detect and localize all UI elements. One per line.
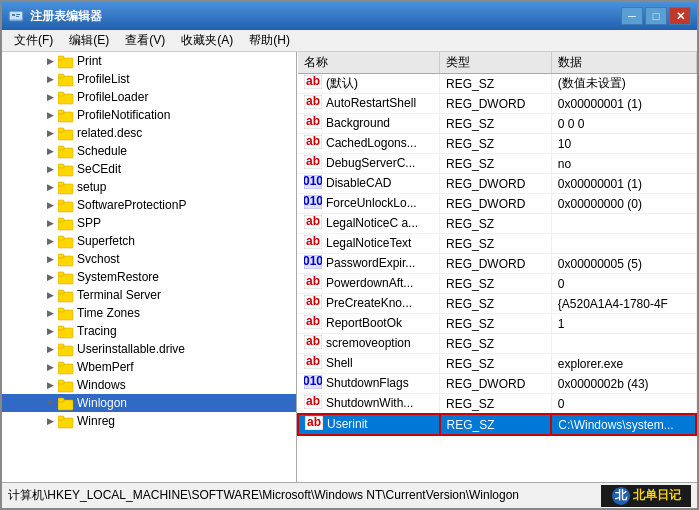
- expand-icon[interactable]: ▶: [42, 305, 58, 321]
- tree-item[interactable]: ▶ProfileLoader: [2, 88, 296, 106]
- expand-icon[interactable]: ▶: [42, 125, 58, 141]
- col-name[interactable]: 名称: [298, 52, 440, 74]
- table-row[interactable]: abCachedLogons...REG_SZ10: [298, 134, 696, 154]
- folder-icon: [58, 54, 74, 68]
- menu-edit[interactable]: 编辑(E): [61, 30, 117, 51]
- table-row[interactable]: ab(默认)REG_SZ(数值未设置): [298, 74, 696, 94]
- tree-label: Schedule: [77, 144, 127, 158]
- reg-name-cell: abPowerdownAft...: [298, 274, 440, 294]
- folder-icon: [58, 252, 74, 266]
- tree-item[interactable]: ▶Svchost: [2, 250, 296, 268]
- expand-icon[interactable]: ▶: [42, 215, 58, 231]
- table-row[interactable]: 010ForceUnlockLo...REG_DWORD0x00000000 (…: [298, 194, 696, 214]
- ab-icon: ab: [304, 235, 322, 252]
- folder-icon: [58, 198, 74, 212]
- registry-pane[interactable]: 名称 类型 数据 ab(默认)REG_SZ(数值未设置)abAutoRestar…: [297, 52, 697, 482]
- tree-item[interactable]: ▶SystemRestore: [2, 268, 296, 286]
- close-button[interactable]: ✕: [669, 7, 691, 25]
- table-row[interactable]: abBackgroundREG_SZ0 0 0: [298, 114, 696, 134]
- reg-name-text: Background: [326, 116, 390, 130]
- col-data[interactable]: 数据: [551, 52, 696, 74]
- table-row[interactable]: abLegalNoticeC a...REG_SZ: [298, 214, 696, 234]
- expand-icon[interactable]: ▶: [42, 413, 58, 429]
- tree-item[interactable]: ▶WbemPerf: [2, 358, 296, 376]
- reg-name-text: LegalNoticeC a...: [326, 216, 418, 230]
- expand-icon[interactable]: ▶: [42, 269, 58, 285]
- expand-icon[interactable]: ▶: [42, 233, 58, 249]
- table-row[interactable]: 010DisableCADREG_DWORD0x00000001 (1): [298, 174, 696, 194]
- tree-item[interactable]: ▶Winreg: [2, 412, 296, 430]
- reg-type-cell: REG_SZ: [440, 394, 552, 415]
- tree-item[interactable]: ▶Schedule: [2, 142, 296, 160]
- expand-icon[interactable]: ▶: [42, 107, 58, 123]
- table-row[interactable]: abPreCreateKno...REG_SZ{A520A1A4-1780-4F: [298, 294, 696, 314]
- reg-type-cell: REG_SZ: [440, 114, 552, 134]
- svg-rect-2: [12, 14, 15, 16]
- reg-name-text: ShutdownWith...: [326, 396, 413, 410]
- reg-name-text: PowerdownAft...: [326, 276, 413, 290]
- expand-icon[interactable]: ▶: [42, 377, 58, 393]
- folder-icon: [58, 162, 74, 176]
- reg-type-cell: REG_SZ: [440, 294, 552, 314]
- tree-item[interactable]: ▶Terminal Server: [2, 286, 296, 304]
- menu-help[interactable]: 帮助(H): [241, 30, 298, 51]
- table-row[interactable]: abPowerdownAft...REG_SZ0: [298, 274, 696, 294]
- svg-rect-20: [58, 182, 64, 186]
- expand-icon[interactable]: ▶: [42, 71, 58, 87]
- expand-icon[interactable]: ▶: [42, 287, 58, 303]
- menu-view[interactable]: 查看(V): [117, 30, 173, 51]
- table-row[interactable]: abLegalNoticeTextREG_SZ: [298, 234, 696, 254]
- tree-item[interactable]: ▶SeCEdit: [2, 160, 296, 178]
- tree-item[interactable]: ▶SPP: [2, 214, 296, 232]
- col-type[interactable]: 类型: [440, 52, 552, 74]
- tree-item[interactable]: ▶Userinstallable.drive: [2, 340, 296, 358]
- expand-icon[interactable]: ▶: [42, 179, 58, 195]
- table-row[interactable]: abUserinitREG_SZC:\Windows\system...: [298, 414, 696, 435]
- expand-icon[interactable]: ▶: [42, 161, 58, 177]
- table-row[interactable]: abShellREG_SZexplorer.exe: [298, 354, 696, 374]
- svg-text:ab: ab: [307, 416, 321, 429]
- reg-type-cell: REG_SZ: [440, 314, 552, 334]
- expand-icon[interactable]: ▶: [42, 53, 58, 69]
- table-row[interactable]: abDebugServerC...REG_SZno: [298, 154, 696, 174]
- reg-type-cell: REG_SZ: [440, 154, 552, 174]
- table-row[interactable]: abAutoRestartShellREG_DWORD0x00000001 (1…: [298, 94, 696, 114]
- reg-type-cell: REG_SZ: [440, 234, 552, 254]
- menu-file[interactable]: 文件(F): [6, 30, 61, 51]
- tree-item[interactable]: ▶SoftwareProtectionP: [2, 196, 296, 214]
- svg-rect-30: [58, 272, 64, 276]
- tree-pane[interactable]: ▶Print▶ProfileList▶ProfileLoader▶Profile…: [2, 52, 297, 482]
- tree-label: Terminal Server: [77, 288, 161, 302]
- tree-item[interactable]: ▶Time Zones: [2, 304, 296, 322]
- table-row[interactable]: abReportBootOkREG_SZ1: [298, 314, 696, 334]
- expand-icon[interactable]: ▶: [42, 89, 58, 105]
- table-row[interactable]: abShutdownWith...REG_SZ0: [298, 394, 696, 415]
- folder-icon: [58, 72, 74, 86]
- expand-icon[interactable]: ▶: [42, 143, 58, 159]
- reg-name-text: Shell: [326, 356, 353, 370]
- svg-text:ab: ab: [306, 315, 320, 328]
- minimize-button[interactable]: ─: [621, 7, 643, 25]
- expand-icon[interactable]: ▶: [42, 197, 58, 213]
- tree-item[interactable]: ▶related.desc: [2, 124, 296, 142]
- tree-item[interactable]: ▶Print: [2, 52, 296, 70]
- reg-type-cell: REG_DWORD: [440, 174, 552, 194]
- tree-item[interactable]: ▶Tracing: [2, 322, 296, 340]
- expand-icon[interactable]: ▶: [42, 341, 58, 357]
- maximize-button[interactable]: □: [645, 7, 667, 25]
- tree-item[interactable]: ▼Winlogon: [2, 394, 296, 412]
- table-row[interactable]: 010ShutdownFlagsREG_DWORD0x0000002b (43): [298, 374, 696, 394]
- expand-icon[interactable]: ▶: [42, 323, 58, 339]
- expand-icon[interactable]: ▶: [42, 359, 58, 375]
- table-row[interactable]: 010PasswordExpir...REG_DWORD0x00000005 (…: [298, 254, 696, 274]
- expand-icon[interactable]: ▼: [42, 395, 58, 411]
- tree-item[interactable]: ▶ProfileList: [2, 70, 296, 88]
- tree-item[interactable]: ▶setup: [2, 178, 296, 196]
- tree-label: Print: [77, 54, 102, 68]
- tree-item[interactable]: ▶Superfetch: [2, 232, 296, 250]
- tree-item[interactable]: ▶Windows: [2, 376, 296, 394]
- table-row[interactable]: abscremoveoptionREG_SZ: [298, 334, 696, 354]
- menu-favorites[interactable]: 收藏夹(A): [173, 30, 241, 51]
- expand-icon[interactable]: ▶: [42, 251, 58, 267]
- tree-item[interactable]: ▶ProfileNotification: [2, 106, 296, 124]
